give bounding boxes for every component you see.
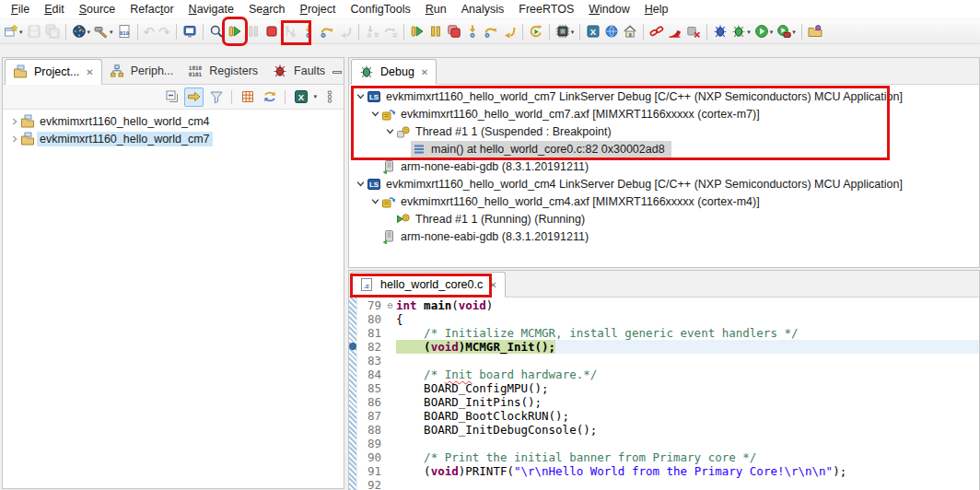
link-editor-icon[interactable]	[184, 88, 204, 107]
resume-all-icon[interactable]	[408, 20, 426, 42]
menu-file[interactable]: File	[4, 1, 37, 18]
instruction-stepping-icon[interactable]	[363, 20, 381, 42]
link-icon[interactable]	[648, 20, 666, 42]
instruction-stepping-alt-icon[interactable]	[381, 20, 400, 42]
close-icon[interactable]: ✕	[489, 280, 496, 290]
left-panel-tabs: Project...✕Periph...10100101RegistersFau…	[3, 58, 344, 85]
menu-edit[interactable]: Edit	[37, 1, 72, 18]
tab-debug[interactable]: Debug ✕	[351, 59, 437, 85]
chevron-down-icon[interactable]	[355, 92, 367, 100]
debug-tree-item[interactable]: evkmimxrt1160_hello_world_cm4.axf [MIMXR…	[349, 192, 979, 210]
flash-chip-icon[interactable]: ▾	[554, 20, 577, 42]
suspend-icon[interactable]	[244, 20, 262, 42]
project-tree-item[interactable]: evkmimxrt1160_hello_world_cm4	[3, 112, 344, 130]
chevron-right-icon[interactable]	[8, 118, 20, 125]
grid-icon[interactable]	[238, 88, 257, 107]
menu-search[interactable]: Search	[241, 1, 293, 18]
binary-file-icon[interactable]: 010	[115, 20, 134, 42]
debug-tree-item[interactable]: Thread #1 1 (Suspended : Breakpoint)	[349, 122, 979, 140]
code-line: 86 BOARD_InitPins();	[358, 395, 979, 409]
svg-text:.c: .c	[364, 283, 369, 289]
debug-tree-item[interactable]: Thread #1 1 (Running) (Running)	[349, 210, 979, 228]
collapse-all-icon[interactable]	[162, 88, 181, 107]
disconnect-icon[interactable]	[281, 20, 299, 42]
editor-tabs: .c hello_world_core0.c ✕	[349, 271, 979, 298]
target-clock-icon[interactable]: ▾	[70, 20, 93, 42]
menu-freertos[interactable]: FreeRTOS	[511, 1, 581, 18]
tab-periph[interactable]: Periph...	[102, 58, 181, 84]
debug-tree-item[interactable]: LSevkmimxrt1160_hello_world_cm7 LinkServ…	[349, 88, 979, 105]
suspend-all-icon[interactable]	[426, 20, 445, 42]
build-hammer-icon[interactable]: ▾	[92, 20, 115, 42]
tab-hello-world-core0-c[interactable]: .c hello_world_core0.c ✕	[351, 272, 506, 298]
toolbar-separator	[579, 24, 580, 40]
globe-icon[interactable]	[602, 20, 621, 42]
close-icon[interactable]: ✕	[86, 67, 93, 77]
debug-tree-item[interactable]: arm-none-eabi-gdb (8.3.1.20191211)	[349, 228, 979, 245]
code-editor[interactable]: 79 ⊖ int main(void) 80 { 81 /* Initializ…	[349, 298, 979, 490]
project-tree-item[interactable]: evkmimxrt1160_hello_world_cm7	[3, 130, 344, 147]
import-folder-icon[interactable]	[806, 20, 824, 42]
save-icon[interactable]	[25, 20, 43, 42]
swap-arrows-icon[interactable]	[260, 88, 279, 107]
gdb-icon	[381, 229, 398, 244]
chevron-down-icon[interactable]	[355, 180, 367, 188]
step-return-all-icon[interactable]	[500, 20, 519, 42]
launch-ls-icon: LS	[367, 89, 383, 104]
minimize-icon[interactable]	[332, 71, 342, 74]
close-icon[interactable]: ✕	[421, 67, 428, 77]
terminate-all-icon[interactable]	[445, 20, 463, 42]
chevron-down-icon[interactable]	[369, 197, 381, 205]
step-over-icon[interactable]	[318, 20, 336, 42]
debug-bug-icon[interactable]	[711, 20, 729, 42]
inspect-icon[interactable]	[207, 20, 226, 42]
tab-faults[interactable]: Faults	[265, 58, 332, 84]
project-tab-icon	[20, 132, 37, 146]
filter-icon[interactable]	[206, 88, 226, 107]
redo-icon[interactable]: ↷	[157, 20, 172, 42]
restart-icon[interactable]	[527, 20, 545, 42]
debug-tree-item[interactable]: evkmimxrt1160_hello_world_cm7.axf [MIMXR…	[349, 105, 979, 122]
red-shoe-icon[interactable]	[666, 20, 684, 42]
run-icon[interactable]: ▾	[752, 20, 776, 42]
menu-help[interactable]: Help	[637, 1, 676, 18]
new-wizard-icon[interactable]: ▾	[2, 20, 25, 42]
view-menu-dots-icon[interactable]	[320, 88, 339, 107]
breakpoint-icon[interactable]	[349, 343, 356, 350]
save-all-icon[interactable]	[43, 20, 62, 42]
menu-run[interactable]: Run	[418, 1, 454, 18]
console-icon[interactable]	[181, 20, 199, 42]
remove-terminated-icon[interactable]	[684, 20, 703, 42]
debug-tree-item[interactable]: LSevkmimxrt1160_hello_world_cm4 LinkServ…	[349, 175, 979, 192]
terminate-icon[interactable]	[262, 20, 281, 42]
menu-refactor[interactable]: Refactor	[122, 1, 181, 18]
undo-icon[interactable]: ↶	[142, 20, 158, 42]
fold-minus-icon[interactable]: ⊖	[384, 301, 396, 310]
debug-tree-item[interactable]: arm-none-eabi-gdb (8.3.1.20191211)	[349, 158, 979, 175]
menu-navigate[interactable]: Navigate	[181, 1, 241, 18]
step-over-all-icon[interactable]	[482, 20, 500, 42]
chevron-right-icon[interactable]	[8, 135, 20, 143]
home-icon[interactable]	[621, 20, 639, 42]
step-into-icon[interactable]	[299, 20, 318, 42]
debug-as-bug-icon[interactable]: ▾	[729, 20, 752, 42]
x-view-icon[interactable]: X	[291, 88, 310, 107]
menu-project[interactable]: Project	[293, 1, 344, 18]
menu-window[interactable]: Window	[581, 1, 636, 18]
toolbar-separator	[643, 24, 644, 40]
menu-analysis[interactable]: Analysis	[454, 1, 512, 18]
step-return-icon[interactable]	[336, 20, 355, 42]
chevron-down-icon[interactable]: ▾	[313, 93, 317, 100]
editor-marker-bar[interactable]	[349, 298, 357, 490]
tab-registers[interactable]: 10100101Registers	[181, 58, 265, 84]
tab-project[interactable]: Project...✕	[5, 59, 102, 85]
menu-source[interactable]: Source	[72, 1, 123, 18]
resume-icon[interactable]	[226, 20, 244, 42]
external-tools-icon[interactable]: ▾	[775, 20, 798, 42]
chevron-down-icon[interactable]	[369, 110, 381, 118]
xterm-icon[interactable]: X	[584, 20, 602, 42]
chevron-down-icon[interactable]	[384, 127, 396, 135]
menu-configtools[interactable]: ConfigTools	[343, 1, 417, 18]
debug-tree-item[interactable]: main() at hello_world_core0.c:82 0x30002…	[349, 140, 979, 158]
step-into-all-icon[interactable]	[463, 20, 482, 42]
